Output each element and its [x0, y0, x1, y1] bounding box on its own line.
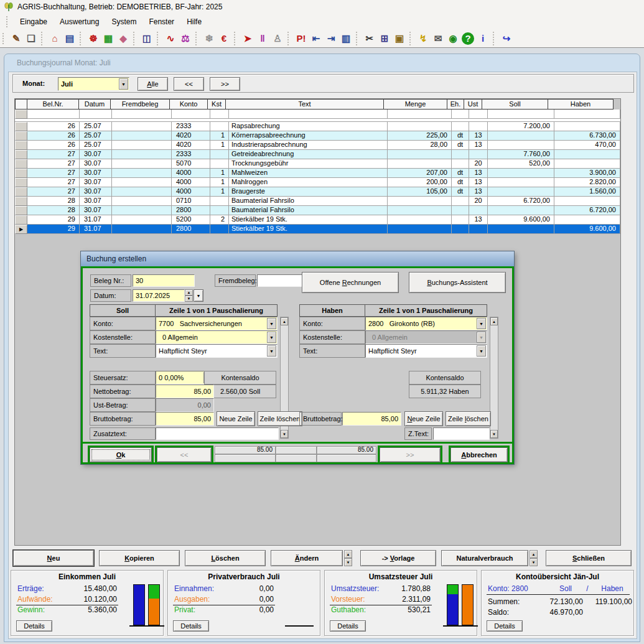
euro-sack-icon[interactable]: € [217, 31, 231, 46]
farm-master-data-icon[interactable]: ⌂ [47, 31, 62, 46]
datum-spinner[interactable]: ▲ ▼ [185, 289, 193, 302]
table-row[interactable]: 2625.0740201Industrierapsabrechnung28,00… [15, 141, 620, 150]
spin-down-icon[interactable]: ▼ [530, 558, 538, 566]
datum-input[interactable]: 31.07.2025 [133, 289, 185, 302]
details-button[interactable]: Details [487, 620, 523, 632]
new-booking-icon[interactable]: ✎ [9, 31, 24, 46]
month-combobox[interactable]: Juli ▼ [58, 77, 129, 91]
menu-item-system[interactable]: System [106, 16, 141, 28]
next-month-button[interactable]: >> [210, 77, 240, 91]
journal-icon[interactable]: ❏ [24, 31, 39, 46]
haben-text-combobox[interactable]: Haftpflicht Steyr ▼ [365, 344, 487, 358]
neu-button[interactable]: Neu [13, 550, 94, 566]
sack-icon[interactable]: ◆ [116, 31, 131, 46]
soll-text-combobox[interactable]: Haftpflicht Steyr ▼ [156, 344, 278, 358]
soll-brutto-input[interactable]: 85,00 [156, 412, 214, 426]
haben-brutto-input[interactable]: 85,00 [342, 412, 401, 426]
table-row[interactable]: ▶2931.072800Stierkälber 19 Stk.9.600,00 [15, 225, 620, 234]
globe-icon[interactable]: ◉ [446, 31, 460, 46]
account-forward-icon[interactable]: ⇥ [324, 31, 338, 46]
scroll-down-icon[interactable]: ▼ [281, 430, 288, 438]
offene-rechnungen-button[interactable]: Offene Rechnungen [302, 272, 399, 293]
details-button[interactable]: Details [16, 620, 52, 632]
menu-item-eingabe[interactable]: Eingabe [15, 16, 52, 28]
distribution-icon[interactable]: ❄ [202, 31, 217, 46]
dropdown-arrow-icon[interactable]: ▼ [267, 318, 276, 329]
details-button[interactable]: Details [330, 620, 366, 632]
month-dropdown-arrow-icon[interactable]: ▼ [119, 78, 128, 90]
haben-konto-combobox[interactable]: 2800 Girokonto (RB) ▼ [365, 317, 487, 330]
spin-down-icon[interactable]: ▼ [185, 296, 193, 302]
forward-button[interactable]: >> [380, 447, 441, 462]
copy-booking-icon[interactable]: ◫ [139, 31, 154, 46]
cut-icon[interactable]: ✂ [362, 31, 377, 46]
soll-konto-combobox[interactable]: 7700 Sachversicherungen ▼ [156, 317, 278, 330]
mail-icon[interactable]: ✉ [431, 31, 446, 46]
menu-item-auswertung[interactable]: Auswertung [55, 16, 104, 28]
dropdown-arrow-icon[interactable]: ▼ [267, 332, 276, 343]
back-button[interactable]: << [157, 447, 212, 462]
action-spinner[interactable]: ▲▼ [530, 550, 538, 566]
ändern-button[interactable]: Ändern [271, 550, 343, 566]
scroll-up-icon[interactable]: ▲ [490, 317, 498, 325]
alle-button[interactable]: Alle [138, 77, 168, 91]
datum-dropdown-arrow-icon[interactable]: ▼ [194, 289, 203, 302]
haben-zeile-loeschen-button[interactable]: Zeile löschen [446, 411, 491, 426]
protocol-icon[interactable]: P! [294, 31, 309, 46]
dropdown-arrow-icon[interactable]: ▼ [477, 318, 486, 329]
table-row[interactable]: 2931.0752002Stierkälber 19 Stk.139.600,0… [15, 215, 620, 225]
spin-up-icon[interactable]: ▲ [530, 550, 538, 558]
haben-neue-zeile-button[interactable]: Neue Zeile [404, 411, 443, 426]
table-row[interactable]: 2625.0740201Körnerrapsabreechnung225,00d… [15, 131, 620, 141]
ztext-input[interactable] [433, 427, 490, 440]
zusatztext-input[interactable] [156, 427, 279, 440]
prev-month-button[interactable]: << [174, 77, 204, 91]
info-icon[interactable]: i [475, 31, 490, 46]
action-spinner[interactable]: ▲▼ [344, 550, 352, 566]
field-list-icon[interactable]: ▦ [101, 31, 116, 46]
spin-up-icon[interactable]: ▲ [185, 289, 193, 296]
save-icon[interactable]: ▥ [338, 31, 353, 46]
flash-icon[interactable]: ↯ [416, 31, 431, 46]
paste-icon[interactable]: ▣ [392, 31, 407, 46]
scroll-up-icon[interactable]: ▲ [281, 317, 288, 325]
person-icon[interactable]: ♙ [270, 31, 285, 46]
tractor-icon[interactable]: ☸ [86, 31, 101, 46]
table-row[interactable]: 2830.070710Baumaterial Fahrsilo206.720,0… [15, 197, 620, 206]
beleg-input[interactable]: 30 [133, 274, 195, 287]
naturalverbrauch-button[interactable]: Naturalverbrauch [441, 550, 528, 566]
table-row[interactable]: 2830.072800Baumaterial Fahrsilo6.720,00 [15, 206, 620, 215]
copy-icon[interactable]: ⊞ [377, 31, 392, 46]
haben-scrollbar[interactable]: ▲ ▼ [490, 317, 498, 439]
schließen-button[interactable]: Schließen [546, 550, 632, 566]
soll-zeile-loeschen-button[interactable]: Zeile löschen [258, 411, 302, 426]
kopieren-button[interactable]: Kopieren [99, 550, 180, 566]
menu-item-hilfe[interactable]: Hilfe [182, 16, 207, 28]
dropdown-arrow-icon[interactable]: ▼ [267, 345, 276, 357]
delivery-icon[interactable]: ➤ [240, 31, 255, 46]
chart-icon[interactable]: ∿ [163, 31, 178, 46]
scroll-down-icon[interactable]: ▼ [490, 430, 498, 438]
dropdown-arrow-icon[interactable]: ▼ [477, 345, 486, 357]
cancel-button[interactable]: Abbrechen [450, 447, 508, 462]
table-row[interactable]: 2730.072333Getreideabrechnung7.760,00 [15, 150, 620, 159]
scale-icon[interactable]: ⚖ [178, 31, 193, 46]
spin-up-icon[interactable]: ▲ [344, 550, 352, 558]
account-back-icon[interactable]: ⇤ [309, 31, 324, 46]
table-row[interactable]: 2730.0740001Mahlweizen207,00dt133.900,00 [15, 169, 620, 178]
spin-down-icon[interactable]: ▼ [344, 558, 352, 566]
exit-icon[interactable]: ↪ [499, 31, 514, 46]
soll-kostenstelle-combobox[interactable]: 0 Allgemein ▼ [156, 330, 278, 344]
löschen-button[interactable]: Löschen [185, 550, 266, 566]
print-icon[interactable]: ▤ [62, 31, 77, 46]
vorlage-button[interactable]: -> Vorlage [360, 550, 436, 566]
columns-icon[interactable]: ‖ [255, 31, 270, 46]
table-row[interactable]: 2730.075070Trocknungsgebühr20520,00 [15, 159, 620, 169]
details-button[interactable]: Details [173, 620, 209, 632]
table-row[interactable]: 2730.0740001Mahlroggen200,00dt132.820,00 [15, 178, 620, 187]
netto-input[interactable]: 85,00 [156, 385, 214, 398]
ok-button[interactable]: Ok [90, 447, 152, 462]
web-help-icon[interactable]: ? [462, 32, 474, 45]
soll-neue-zeile-button[interactable]: Neue Zeile [217, 411, 255, 426]
buchungs-assistent-button[interactable]: Buchungs-Assistent [409, 272, 506, 293]
